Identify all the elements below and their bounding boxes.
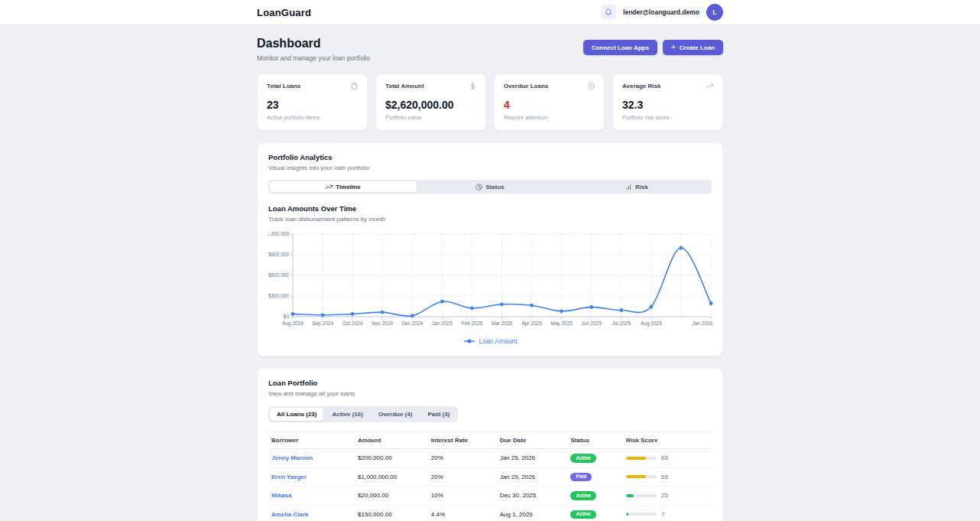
column-header: Borrower xyxy=(268,432,355,449)
chart-subtitle: Track loan disbursement patterns by mont… xyxy=(268,216,712,223)
table-row: Mikasa $20,000.00 10% Dec 30, 2025 Activ… xyxy=(268,487,712,506)
svg-text:Jan 2026: Jan 2026 xyxy=(692,321,712,326)
stat-card: Overdue Loans 4 Require attention xyxy=(494,73,605,131)
legend-label: Loan Amount xyxy=(479,337,517,345)
risk-bar-track xyxy=(626,457,657,460)
loans-table: BorrowerAmountInterest RateDue DateStatu… xyxy=(268,431,712,521)
svg-text:Feb 2025: Feb 2025 xyxy=(462,321,483,326)
svg-text:Mar 2025: Mar 2025 xyxy=(492,321,513,326)
portfolio-analytics-panel: Portfolio Analytics Visual insights into… xyxy=(257,142,723,357)
tab-label: Risk xyxy=(635,184,648,190)
table-row: Jenny Maroon $200,000.00 20% Jan 25, 202… xyxy=(268,449,712,468)
stat-value: 32.3 xyxy=(622,99,713,111)
borrower-link[interactable]: Eren Yaeger xyxy=(271,474,307,480)
column-header: Due Date xyxy=(497,432,568,449)
timeline-chart[interactable]: $0$300,000$600,000$900,0001,200,000Aug 2… xyxy=(268,229,713,331)
alert-circle-icon xyxy=(588,83,595,90)
stat-value: 4 xyxy=(504,99,595,111)
column-header: Risk Score xyxy=(623,432,712,449)
table-row: Amelia Clark $150,000.00 4.4% Aug 1, 202… xyxy=(268,505,712,521)
analytics-tabs: Timeline Status Risk xyxy=(268,180,712,194)
due-date-cell: Aug 1, 2029 xyxy=(497,505,568,521)
stat-card: Total Loans 23 Active portfolio items xyxy=(257,73,368,131)
loan-filter-pill[interactable]: Active (16) xyxy=(325,408,369,421)
column-header: Amount xyxy=(355,432,428,449)
svg-text:$300,000: $300,000 xyxy=(268,293,289,298)
tab-timeline[interactable]: Timeline xyxy=(270,181,417,192)
tab-label: Timeline xyxy=(336,184,360,190)
stat-caption: Portfolio value xyxy=(385,114,476,121)
portfolio-subtitle: View and manage all your loans xyxy=(268,390,712,397)
risk-bar-track xyxy=(626,513,657,516)
risk-score-value: 25 xyxy=(661,492,668,499)
risk-bar-fill xyxy=(626,457,646,460)
borrower-link[interactable]: Amelia Clark xyxy=(271,511,308,518)
stat-card: Total Amount $2,620,000.00 Portfolio val… xyxy=(375,73,486,131)
notifications-button[interactable] xyxy=(601,5,616,20)
chart-legend: Loan Amount xyxy=(268,337,713,345)
table-body: Jenny Maroon $200,000.00 20% Jan 25, 202… xyxy=(268,449,712,521)
risk-bar-track xyxy=(626,494,657,497)
svg-text:May 2025: May 2025 xyxy=(550,321,573,327)
svg-text:$600,000: $600,000 xyxy=(268,272,289,278)
svg-text:Jan 2025: Jan 2025 xyxy=(432,321,453,326)
top-bar: LoanGuard lender@loanguard.demo L xyxy=(0,0,980,25)
user-email: lender@loanguard.demo xyxy=(623,8,699,16)
svg-text:Aug 2024: Aug 2024 xyxy=(282,321,303,327)
trending-up-icon xyxy=(706,83,713,90)
svg-text:Nov 2024: Nov 2024 xyxy=(372,321,393,326)
connect-loan-apps-button[interactable]: Connect Loan Apps xyxy=(583,40,657,55)
legend-marker-icon xyxy=(464,338,475,344)
interest-rate-cell: 20% xyxy=(428,467,497,487)
tab-risk[interactable]: Risk xyxy=(563,181,710,192)
svg-text:Sep 2024: Sep 2024 xyxy=(312,321,333,327)
amount-cell: $20,000.00 xyxy=(355,487,428,506)
loan-filter-pill[interactable]: All Loans (23) xyxy=(270,408,323,421)
borrower-link[interactable]: Jenny Maroon xyxy=(271,454,313,461)
stat-label: Total Amount xyxy=(385,83,424,90)
tab-status[interactable]: Status xyxy=(417,181,563,192)
svg-text:1,200,000: 1,200,000 xyxy=(268,231,289,236)
loan-filter-pill[interactable]: Paid (3) xyxy=(420,408,456,421)
loan-filter-pill[interactable]: Overdue (4) xyxy=(372,408,419,421)
plus-icon: + xyxy=(671,44,676,51)
stat-value: 23 xyxy=(267,99,358,111)
stat-caption: Portfolio risk score xyxy=(622,114,713,121)
status-badge: Paid xyxy=(570,473,592,482)
stat-label: Total Loans xyxy=(267,83,300,90)
interest-rate-cell: 20% xyxy=(428,449,497,468)
table-row: Eren Yaeger $1,000,000.00 20% Jan 29, 20… xyxy=(268,467,712,487)
stats-row: Total Loans 23 Active portfolio items To… xyxy=(257,73,723,131)
loan-filters: All Loans (23) Active (16) Overdue (4) P… xyxy=(268,406,458,422)
amount-cell: $200,000.00 xyxy=(355,449,428,468)
interest-rate-cell: 10% xyxy=(428,487,497,506)
borrower-link[interactable]: Mikasa xyxy=(271,492,292,499)
app-logo: LoanGuard xyxy=(257,7,311,18)
due-date-cell: Dec 30, 2025 xyxy=(497,487,568,506)
page-title: Dashboard xyxy=(257,37,370,50)
chart-title: Loan Amounts Over Time xyxy=(268,204,712,213)
dashboard-page: Dashboard Monitor and manage your loan p… xyxy=(257,25,723,521)
risk-score-value: 65 xyxy=(661,474,668,480)
svg-text:Jun 2025: Jun 2025 xyxy=(581,321,602,326)
stat-caption: Require attention xyxy=(504,114,595,121)
status-badge: Active xyxy=(570,454,596,463)
column-header: Interest Rate xyxy=(428,432,497,449)
amount-cell: $150,000.00 xyxy=(355,505,428,521)
page-subtitle: Monitor and manage your loan portfolio xyxy=(257,54,370,62)
stat-card: Average Risk 32.3 Portfolio risk score xyxy=(612,73,723,131)
avatar[interactable]: L xyxy=(706,4,723,21)
status-badge: Active xyxy=(570,491,596,500)
portfolio-title: Loan Portfolio xyxy=(268,379,712,387)
svg-text:Dec 2024: Dec 2024 xyxy=(401,321,423,326)
create-loan-button[interactable]: + Create Loan xyxy=(663,40,723,55)
risk-bar-fill xyxy=(626,513,628,516)
table-header-row: BorrowerAmountInterest RateDue DateStatu… xyxy=(268,432,712,449)
risk-bar-track xyxy=(626,475,657,478)
svg-text:Apr 2025: Apr 2025 xyxy=(521,321,542,327)
stat-label: Average Risk xyxy=(622,83,660,90)
risk-bar-fill xyxy=(626,475,646,478)
bar-chart-icon xyxy=(625,184,632,190)
file-icon xyxy=(351,83,358,90)
stat-value: $2,620,000.00 xyxy=(385,99,476,111)
